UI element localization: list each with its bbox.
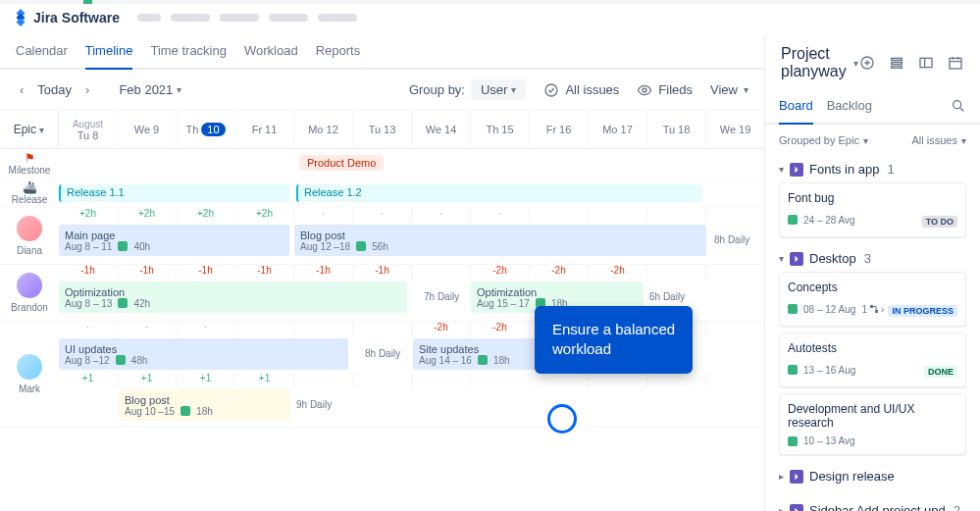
release-bar[interactable]: Release 1.1 — [59, 184, 289, 202]
svg-rect-7 — [950, 58, 961, 69]
add-button[interactable] — [858, 54, 876, 72]
task-bar[interactable]: Blog postAug 12 –1856h — [294, 225, 706, 256]
hour-cell — [294, 373, 353, 388]
hour-cell: -2h — [589, 265, 647, 281]
prev-period-button[interactable]: ‹ — [16, 82, 27, 97]
day-column: Tu 18 — [647, 111, 706, 148]
search-icon[interactable] — [951, 98, 966, 117]
right-all-issues[interactable]: All issues ▾ — [912, 134, 966, 146]
list-icon[interactable] — [888, 54, 905, 72]
epic-group-header[interactable]: ▸Design release — [779, 463, 966, 489]
hour-cell: -2h — [471, 322, 530, 337]
tab-reports[interactable]: Reports — [316, 35, 361, 68]
status-badge: TO DO — [922, 216, 957, 228]
task-bar[interactable]: UI updatesAug 8 –1248h — [59, 338, 348, 370]
today-button[interactable]: Today — [37, 82, 72, 97]
story-icon — [118, 298, 128, 308]
epic-icon — [790, 470, 803, 484]
swimlane: Diana+2h+2h+2h+2h····Main pageAug 8 – 11… — [0, 208, 764, 265]
jira-logo: Jira Software — [12, 9, 120, 26]
eye-icon — [637, 82, 652, 98]
panel-icon[interactable] — [917, 54, 935, 72]
status-badge: IN PROGRESS — [888, 305, 957, 317]
hour-cell — [706, 373, 764, 388]
hour-cell — [294, 322, 353, 337]
chevron-down-icon: ▾ — [511, 84, 516, 95]
right-tab-board[interactable]: Board — [779, 92, 813, 123]
grouped-by-control[interactable]: Grouped by Epic ▾ — [779, 134, 868, 146]
epic-group-header[interactable]: ▾Fonts in app 1 — [779, 156, 966, 182]
avatar — [17, 354, 42, 380]
task-bar[interactable]: Main pageAug 8 – 1140h — [59, 225, 289, 256]
issue-card[interactable]: Development and UI/UX research10 – 13 Av… — [779, 393, 966, 455]
epic-group-header[interactable]: ▸Sidebar Add project upd 2 — [779, 497, 966, 511]
day-column: We 9 — [118, 111, 177, 148]
daily-label: 8h Daily — [365, 348, 400, 359]
hour-cell: · — [294, 208, 353, 224]
hour-cell: -1h — [177, 265, 235, 281]
svg-rect-5 — [892, 66, 903, 68]
highlight-ring — [547, 404, 577, 434]
daily-label: 8h Daily — [714, 234, 749, 245]
issue-card[interactable]: Font bug24 – 28 AvgTO DO — [779, 182, 966, 237]
hour-cell — [706, 265, 764, 281]
right-tab-backlog[interactable]: Backlog — [827, 92, 872, 123]
group-by-control[interactable]: Group by: User ▾ — [409, 79, 527, 100]
tab-calendar[interactable]: Calendar — [16, 35, 68, 68]
hour-cell — [647, 373, 706, 388]
svg-point-8 — [954, 101, 961, 109]
issue-card[interactable]: Autotests13 – 16 AugDONE — [779, 332, 966, 387]
tab-workload[interactable]: Workload — [244, 35, 298, 68]
hour-cell: +2h — [177, 208, 235, 224]
tab-timeline[interactable]: Timeline — [85, 35, 133, 68]
story-icon — [181, 406, 190, 416]
story-icon — [116, 355, 126, 365]
chevron-down-icon: ▾ — [39, 125, 44, 135]
story-icon — [118, 241, 128, 251]
nav-skeleton — [137, 14, 357, 22]
hour-cell — [471, 373, 530, 388]
avatar — [17, 273, 42, 298]
epic-group-header[interactable]: ▾Desktop 3 — [779, 245, 966, 272]
story-icon — [788, 436, 798, 446]
hour-cell — [530, 208, 589, 224]
svg-rect-6 — [920, 58, 932, 67]
hour-cell: -2h — [412, 322, 471, 337]
group-by-value[interactable]: User ▾ — [471, 79, 526, 100]
calendar-icon[interactable] — [947, 54, 964, 72]
tab-time-tracking[interactable]: Time tracking — [150, 35, 227, 68]
all-issues-filter[interactable]: All issues — [543, 82, 619, 98]
month-picker[interactable]: Feb 2021 ▾ — [119, 82, 181, 97]
hour-cell: -1h — [294, 265, 353, 281]
issue-card[interactable]: Concepts08 – 12 Aug1›IN PROGRESS — [779, 272, 966, 327]
ship-icon: 🚢 — [0, 180, 59, 194]
epic-dropdown[interactable]: Epic ▾ — [14, 123, 45, 136]
milestone-row-label: ⚑ Milestone — [0, 151, 59, 176]
release-row-label: 🚢 Release — [0, 180, 59, 205]
svg-rect-3 — [892, 58, 903, 60]
next-period-button[interactable]: › — [81, 82, 93, 97]
day-column: We 19 — [706, 111, 764, 148]
view-button[interactable]: View ▾ — [710, 82, 748, 97]
check-circle-icon — [543, 82, 559, 98]
hour-cell: · — [412, 208, 471, 224]
svg-point-1 — [643, 88, 646, 92]
hour-cell: · — [353, 208, 412, 224]
status-badge: DONE — [924, 366, 957, 378]
hour-cell — [235, 322, 294, 337]
chevron-icon: ▾ — [779, 253, 784, 264]
hour-cell: +1 — [59, 373, 118, 388]
hour-cell — [353, 373, 412, 388]
task-bar[interactable]: Blog postAug 10 –1518h — [119, 389, 290, 421]
epic-icon — [790, 163, 803, 177]
fields-button[interactable]: Fileds — [637, 82, 693, 98]
task-bar[interactable]: OptimizationAug 8 – 1342h — [59, 281, 407, 313]
hour-cell: -1h — [353, 265, 412, 281]
release-bar[interactable]: Release 1.2 — [296, 184, 702, 202]
milestone-marker[interactable]: Product Demo — [299, 155, 384, 171]
chevron-down-icon: ▾ — [863, 135, 868, 146]
hour-cell: +1 — [235, 373, 294, 388]
day-column: Th 15 — [471, 111, 530, 148]
hour-cell — [353, 322, 412, 337]
project-title[interactable]: Project planyway — [781, 45, 848, 80]
